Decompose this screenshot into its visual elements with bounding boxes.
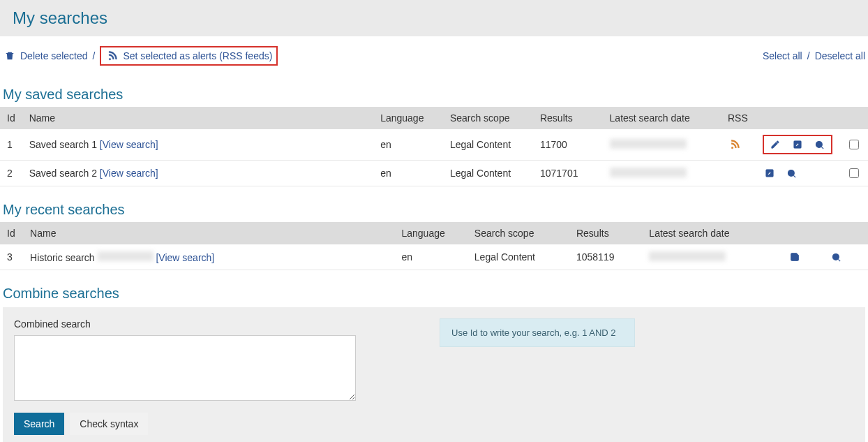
cell-id: 1 xyxy=(0,129,22,161)
set-alerts-label: Set selected as alerts (RSS feeds) xyxy=(123,50,272,61)
col-language: Language xyxy=(394,222,467,244)
cell-actions xyxy=(756,161,839,186)
pencil-icon[interactable] xyxy=(768,138,782,152)
row-checkbox[interactable] xyxy=(849,140,859,149)
cell-id: 2 xyxy=(0,161,22,186)
row-checkbox[interactable] xyxy=(849,168,859,178)
saved-searches-table: Id Name Language Search scope Results La… xyxy=(0,107,868,186)
page-title: My searches xyxy=(13,8,855,28)
edit-box-icon[interactable] xyxy=(791,138,805,152)
save-icon[interactable] xyxy=(788,250,802,264)
combined-search-label: Combined search xyxy=(14,318,356,330)
cell-rss xyxy=(721,161,756,186)
view-search-link[interactable]: [View search] xyxy=(156,252,214,263)
delete-selected-label: Delete selected xyxy=(20,50,88,61)
cell-actions xyxy=(781,244,868,270)
rss-icon[interactable] xyxy=(728,138,742,152)
cell-language: en xyxy=(373,129,443,161)
col-language: Language xyxy=(373,107,443,129)
cell-date xyxy=(603,161,721,186)
cell-actions xyxy=(756,129,839,161)
cell-results: 1071701 xyxy=(533,161,603,186)
col-date: Latest search date xyxy=(603,107,721,129)
recent-searches-table: Id Name Language Search scope Results La… xyxy=(0,222,868,270)
saved-searches-heading: My saved searches xyxy=(3,87,868,103)
table-row: 3Historic search [View search]enLegal Co… xyxy=(0,244,868,270)
cell-scope: Legal Content xyxy=(443,161,533,186)
col-name: Name xyxy=(22,107,373,129)
cell-name: Saved search 2 [View search] xyxy=(22,161,373,186)
cell-results: 1058119 xyxy=(569,244,642,270)
svg-point-4 xyxy=(788,170,795,176)
col-scope: Search scope xyxy=(467,222,569,244)
cell-results: 11700 xyxy=(533,129,603,161)
deselect-all-link[interactable]: Deselect all xyxy=(815,50,865,61)
cell-language: en xyxy=(394,244,467,270)
table-row: 1Saved search 1 [View search]enLegal Con… xyxy=(0,129,868,161)
cell-scope: Legal Content xyxy=(467,244,569,270)
col-actions xyxy=(756,107,839,129)
col-results: Results xyxy=(569,222,642,244)
col-date: Latest search date xyxy=(642,222,780,244)
cell-name: Saved search 1 [View search] xyxy=(22,129,373,161)
separator: / xyxy=(93,50,96,61)
recent-searches-heading: My recent searches xyxy=(3,202,868,218)
cell-scope: Legal Content xyxy=(443,129,533,161)
col-id: Id xyxy=(0,222,23,244)
cell-select xyxy=(839,129,868,161)
search-icon[interactable] xyxy=(785,166,799,180)
svg-point-6 xyxy=(833,253,839,260)
view-search-link[interactable]: [View search] xyxy=(100,139,158,150)
cell-select xyxy=(839,161,868,186)
svg-line-5 xyxy=(794,175,796,177)
col-actions xyxy=(781,222,868,244)
svg-line-2 xyxy=(822,147,824,149)
select-all-link[interactable]: Select all xyxy=(763,50,802,61)
combine-heading: Combine searches xyxy=(3,286,868,302)
cell-name: Historic search [View search] xyxy=(23,244,394,270)
cell-date xyxy=(642,244,780,270)
combine-hint: Use Id to write your search, e.g. 1 AND … xyxy=(440,318,635,347)
table-row: 2Saved search 2 [View search]enLegal Con… xyxy=(0,161,868,186)
cell-id: 3 xyxy=(0,244,23,270)
separator: / xyxy=(807,50,810,61)
combine-panel: Combined search Search Check syntax Use … xyxy=(3,307,865,442)
delete-selected-link[interactable]: Delete selected xyxy=(3,49,88,63)
cell-rss xyxy=(721,129,756,161)
search-icon[interactable] xyxy=(830,250,844,264)
trash-icon xyxy=(3,49,17,63)
cell-date xyxy=(603,129,721,161)
col-select xyxy=(839,107,868,129)
svg-line-7 xyxy=(839,259,841,261)
search-icon[interactable] xyxy=(813,138,827,152)
col-rss: RSS xyxy=(721,107,756,129)
cell-language: en xyxy=(373,161,443,186)
col-name: Name xyxy=(23,222,394,244)
col-results: Results xyxy=(533,107,603,129)
combined-search-textarea[interactable] xyxy=(14,335,356,401)
svg-point-1 xyxy=(816,141,823,147)
set-alerts-link[interactable]: Set selected as alerts (RSS feeds) xyxy=(100,46,278,66)
rss-icon xyxy=(105,49,119,63)
check-syntax-button[interactable]: Check syntax xyxy=(70,413,148,435)
col-id: Id xyxy=(0,107,22,129)
edit-box-icon[interactable] xyxy=(763,166,777,180)
search-button[interactable]: Search xyxy=(14,413,64,435)
view-search-link[interactable]: [View search] xyxy=(100,168,158,179)
col-scope: Search scope xyxy=(443,107,533,129)
